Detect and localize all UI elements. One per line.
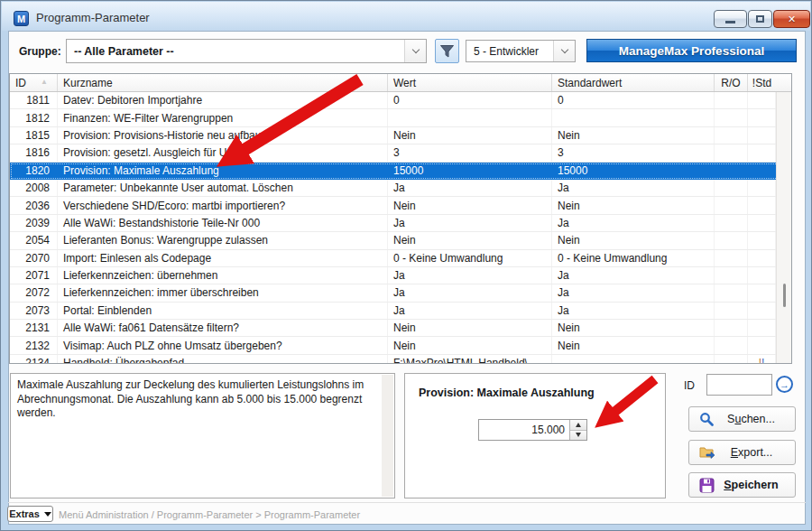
table-row[interactable]: 1820Provision: Maximale Auszahlung150001… [10,163,791,180]
cell-id[interactable]: 2072 [10,284,58,301]
cell-nstd[interactable] [748,232,776,248]
column-header-nstd[interactable]: !Std [748,74,776,91]
cell-id[interactable]: 2070 [10,250,58,266]
cell-ro[interactable] [715,92,748,108]
cell-ro[interactable] [715,267,748,284]
cell-std[interactable]: Nein [552,337,715,353]
scrollbar-thumb[interactable] [783,284,786,307]
cell-ro[interactable] [715,320,748,336]
cell-ro[interactable] [715,250,748,266]
cell-wert[interactable]: 3 [388,144,552,161]
cell-id[interactable]: 2132 [10,337,58,353]
cell-id[interactable]: 2039 [10,215,58,231]
table-row[interactable]: 1815Provision: Provisions-Historie neu a… [10,127,791,144]
table-row[interactable]: 2036Verschiedene SHD/Ecoro: martbi impor… [10,197,791,214]
cell-nstd[interactable] [748,180,776,196]
chevron-down-icon[interactable] [404,40,426,62]
cell-std[interactable]: Ja [552,180,715,196]
column-header-wert[interactable]: Wert [388,74,552,91]
cell-ro[interactable] [715,144,748,161]
cell-std[interactable]: Ja [552,284,715,301]
cell-std[interactable] [552,355,715,364]
cell-std[interactable]: Nein [552,320,715,336]
cell-name[interactable]: Lieferanten Bonus: Warengruppe zulassen [58,232,388,248]
table-row[interactable]: 2131Alle WaWi: fa061 Datensätze filtern?… [10,320,791,337]
cell-nstd[interactable] [748,127,776,144]
cell-ro[interactable] [715,284,748,301]
cell-wert[interactable]: 0 - Keine Umwandlung [388,250,552,266]
cell-nstd[interactable] [748,92,776,108]
table-row[interactable]: 2054Lieferanten Bonus: Warengruppe zulas… [10,232,791,249]
cell-id[interactable]: 1811 [10,92,58,108]
level-select[interactable]: 5 - Entwickler [466,40,576,62]
go-to-id-icon[interactable]: → [776,376,793,393]
cell-nstd[interactable]: !! [748,355,776,364]
cell-id[interactable]: 2131 [10,320,58,336]
group-select[interactable]: -- Alle Parameter -- [66,39,427,63]
cell-std[interactable]: Ja [552,267,715,284]
minimize-button[interactable] [714,10,747,28]
cell-std[interactable]: Ja [552,215,715,231]
cell-nstd[interactable] [748,109,776,126]
column-header-id[interactable]: ID ▲ [10,74,58,91]
cell-ro[interactable] [715,337,748,353]
cell-std[interactable]: 3 [552,144,715,161]
cell-wert[interactable]: Ja [388,303,552,319]
cell-wert[interactable]: Ja [388,284,552,301]
cell-name[interactable]: Parameter: Unbekannte User automat. Lösc… [58,180,388,196]
cell-name[interactable]: Datev: Debitoren Importjahre [58,92,388,108]
maximize-button[interactable] [748,10,772,28]
cell-wert[interactable]: Ja [388,267,552,284]
cell-wert[interactable]: Nein [388,127,552,144]
cell-id[interactable]: 1815 [10,127,58,144]
table-row[interactable]: 2072Lieferkennzeichen: immer überschreib… [10,284,791,302]
chevron-down-icon[interactable] [553,41,575,61]
cell-name[interactable]: Finanzen: WE-Filter Warengruppen [58,109,388,126]
cell-nstd[interactable] [748,320,776,336]
table-row[interactable]: 2071Lieferkennzeichen: übernehmenJaJa [10,267,791,284]
table-row[interactable]: 2132Visimap: Auch PLZ ohne Umsatz überge… [10,337,791,354]
cell-ro[interactable] [715,355,748,364]
cell-nstd[interactable] [748,215,776,231]
table-row[interactable]: 1816Provision: gesetzl. Ausgleich für U3… [10,144,791,162]
cell-std[interactable]: Nein [552,197,715,213]
column-header-standardwert[interactable]: Standardwert [552,74,715,91]
search-button[interactable]: Suchen... [688,406,796,432]
value-spinner[interactable]: 15.000 [478,419,587,441]
cell-id[interactable]: 1816 [10,144,58,161]
cell-wert[interactable]: Ja [388,180,552,196]
cell-ro[interactable] [715,109,748,126]
cell-std[interactable]: 0 - Keine Umwandlung [552,250,715,266]
table-row[interactable]: 2039Alle WaWi: Bestandshistorie Teile-Nr… [10,215,791,232]
cell-nstd[interactable] [748,267,776,284]
cell-nstd[interactable] [748,144,776,161]
id-input[interactable] [706,374,772,396]
cell-name[interactable]: Alle WaWi: fa061 Datensätze filtern? [58,320,388,336]
cell-std[interactable]: Nein [552,127,715,144]
cell-name[interactable]: Provision: Maximale Auszahlung [58,163,388,179]
cell-ro[interactable] [715,232,748,248]
cell-name[interactable]: Lieferkennzeichen: immer überschreiben [58,284,388,301]
cell-wert[interactable] [388,109,552,126]
cell-id[interactable]: 2071 [10,267,58,284]
table-row[interactable]: 2070Import: Einlesen als Codepage0 - Kei… [10,250,791,267]
cell-nstd[interactable] [748,303,776,319]
table-row[interactable]: 1812Finanzen: WE-Filter Warengruppen [10,109,791,126]
cell-nstd[interactable] [748,284,776,301]
table-scrollbar[interactable] [776,92,791,363]
cell-wert[interactable]: Nein [388,232,552,248]
column-header-ro[interactable]: R/O [715,74,748,91]
spinner-value[interactable]: 15.000 [479,420,569,440]
cell-wert[interactable]: F:\MaxPro\HTML Handheld\ [388,355,552,364]
cell-ro[interactable] [715,303,748,319]
column-header-kurzname[interactable]: Kurzname [58,74,388,91]
cell-wert[interactable]: 0 [388,92,552,108]
cell-nstd[interactable] [748,197,776,213]
spinner-up-button[interactable] [570,420,586,431]
cell-wert[interactable]: Nein [388,197,552,213]
cell-std[interactable]: Ja [552,303,715,319]
filter-button[interactable] [435,39,459,63]
export-button[interactable]: Export... [688,440,796,465]
extras-menu-button[interactable]: Extras [7,506,53,522]
cell-name[interactable]: Verschiedene SHD/Ecoro: martbi importier… [58,197,388,213]
